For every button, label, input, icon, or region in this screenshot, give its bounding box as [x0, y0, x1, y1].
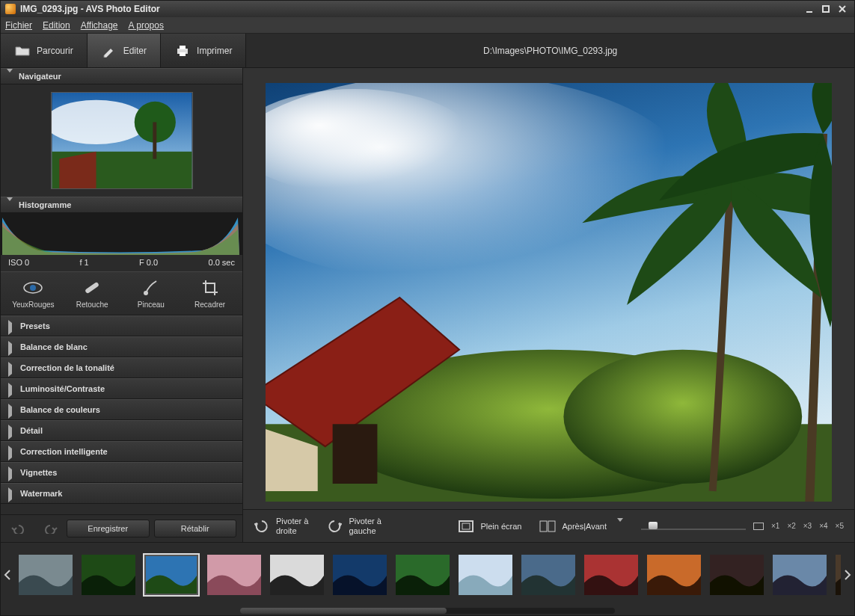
close-button[interactable]	[835, 3, 850, 15]
filmstrip-thumbnail[interactable]	[520, 553, 577, 597]
fullscreen-button[interactable]: Plein écran	[458, 518, 521, 535]
tool-redeye-label: YeuxRouges	[12, 301, 54, 309]
accordion-label: Balance de couleurs	[20, 405, 100, 414]
filmstrip-thumbnail[interactable]	[457, 553, 514, 597]
accordion-item[interactable]: Presets	[1, 315, 242, 336]
rotate-right-l2: droite	[276, 526, 297, 535]
panel-navigator-label: Navigateur	[19, 72, 61, 81]
window-title: IMG_0293.jpg - AVS Photo Editor	[20, 4, 160, 14]
tool-crop-label: Recadrer	[194, 301, 225, 309]
chevron-right-icon	[8, 323, 14, 329]
svg-rect-28	[540, 521, 547, 532]
accordion-label: Correction intelligente	[20, 447, 108, 456]
menu-bar: Fichier Edition Affichage A propos	[1, 17, 854, 34]
svg-rect-5	[180, 46, 186, 49]
retouch-toolstrip: YeuxRouges Retouche Pinceau Recadrer	[1, 271, 242, 315]
menu-edit[interactable]: Edition	[43, 20, 70, 31]
main-photo	[266, 83, 832, 502]
chevron-right-icon	[8, 428, 14, 434]
rotate-right-button[interactable]: Pivoter àdroite	[254, 517, 308, 535]
tab-browse[interactable]: Parcourir	[1, 34, 88, 67]
filmstrip-thumbnail[interactable]	[80, 553, 137, 597]
accordion-item[interactable]: Correction de la tonalité	[1, 357, 242, 378]
dropdown-icon	[617, 522, 623, 531]
accordion-item[interactable]: Correction intelligente	[1, 441, 242, 462]
zoom-level[interactable]: ×1	[771, 522, 779, 530]
zoom-slider[interactable]	[641, 519, 746, 534]
filmstrip-thumbnail[interactable]	[143, 553, 200, 597]
filmstrip-thumbnail[interactable]	[708, 553, 765, 597]
tab-browse-label: Parcourir	[37, 46, 73, 56]
zoom-level[interactable]: ×3	[803, 522, 812, 530]
accordion-item[interactable]: Vignettes	[1, 462, 242, 483]
tool-redeye[interactable]: YeuxRouges	[7, 278, 59, 309]
accordion-item[interactable]: Watermark	[1, 483, 242, 504]
panel-navigator-header[interactable]: Navigateur	[1, 68, 242, 84]
chevron-right-icon	[8, 469, 14, 475]
menu-file[interactable]: Fichier	[5, 20, 32, 31]
pencil-icon	[101, 43, 117, 58]
accordion-label: Luminosité/Contraste	[20, 384, 105, 393]
undo-button[interactable]	[7, 520, 32, 538]
accordion-item[interactable]: Balance de couleurs	[1, 399, 242, 420]
chevron-right-icon	[8, 449, 14, 455]
filmstrip-thumbnail[interactable]	[17, 553, 74, 597]
bandage-icon	[81, 278, 103, 298]
filmstrip-thumbnail[interactable]	[583, 553, 640, 597]
filmstrip-thumbnail[interactable]	[269, 553, 325, 597]
filmstrip-thumbnail[interactable]	[394, 553, 451, 597]
minimize-button[interactable]	[802, 3, 817, 15]
before-after-button[interactable]: Après|Avant	[539, 518, 623, 535]
printer-icon	[174, 43, 191, 58]
rotate-right-icon	[254, 518, 270, 535]
svg-rect-11	[153, 122, 156, 158]
menu-about[interactable]: A propos	[129, 20, 164, 31]
filmstrip-thumbnail[interactable]	[206, 553, 263, 597]
maximize-button[interactable]	[818, 3, 833, 15]
image-canvas[interactable]	[243, 68, 854, 509]
accordion-item[interactable]: Détail	[1, 420, 242, 441]
navigator-thumbnail[interactable]	[51, 92, 193, 189]
filmstrip-thumbnail[interactable]	[834, 553, 841, 597]
tool-brush-label: Pinceau	[138, 301, 165, 309]
zoom-level[interactable]: ×2	[787, 522, 795, 530]
histo-aperture-big: F 0.0	[139, 258, 158, 267]
filmstrip-thumbnail[interactable]	[771, 553, 828, 597]
accordion-label: Presets	[20, 321, 50, 330]
filmstrip-next[interactable]	[841, 543, 854, 606]
accordion-item[interactable]: Luminosité/Contraste	[1, 378, 242, 399]
filmstrip-thumbnail[interactable]	[646, 553, 702, 597]
tool-retouch[interactable]: Retouche	[66, 278, 118, 309]
zoom-level[interactable]: ×4	[819, 522, 827, 530]
svg-rect-15	[85, 282, 99, 294]
filmstrip	[1, 542, 854, 606]
fullscreen-icon	[458, 518, 474, 535]
svg-rect-29	[548, 521, 555, 532]
zoom-level[interactable]: ×5	[836, 522, 844, 530]
filmstrip-thumbnail[interactable]	[331, 553, 388, 597]
filmstrip-prev[interactable]	[1, 543, 14, 606]
sidebar: Navigateur Histogramme	[1, 68, 243, 542]
svg-point-16	[144, 291, 148, 295]
tab-edit[interactable]: Editer	[88, 34, 161, 67]
tool-brush[interactable]: Pinceau	[125, 278, 177, 309]
navigator-panel	[1, 84, 242, 197]
redo-button[interactable]	[37, 520, 62, 538]
app-icon	[5, 4, 16, 14]
tab-print[interactable]: Imprimer	[161, 34, 246, 67]
zoom-fit-icon[interactable]	[753, 523, 764, 530]
save-button[interactable]: Enregistrer	[67, 520, 150, 538]
accordion-label: Watermark	[20, 489, 62, 498]
tool-crop[interactable]: Recadrer	[184, 278, 236, 309]
svg-point-14	[30, 285, 36, 291]
rotate-left-icon	[326, 518, 343, 535]
revert-button[interactable]: Rétablir	[154, 520, 237, 538]
panel-histogram-header[interactable]: Histogramme	[1, 197, 242, 213]
rotate-left-l2: gauche	[349, 526, 376, 535]
adjustments-accordion: PresetsBalance de blancCorrection de la …	[1, 315, 242, 514]
accordion-label: Vignettes	[20, 468, 57, 477]
accordion-item[interactable]: Balance de blanc	[1, 336, 242, 357]
menu-view[interactable]: Affichage	[81, 20, 118, 31]
filmstrip-scrollbar[interactable]	[1, 606, 854, 615]
rotate-left-button[interactable]: Pivoter àgauche	[326, 517, 381, 535]
